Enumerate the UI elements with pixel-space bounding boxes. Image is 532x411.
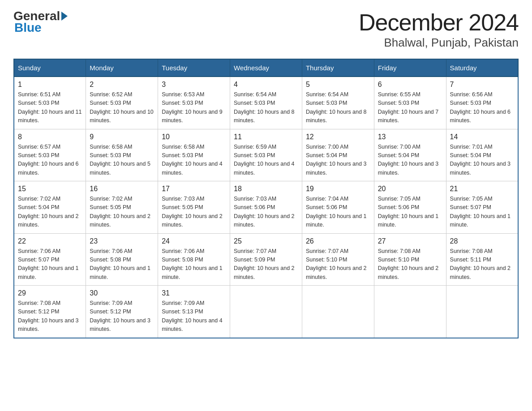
calendar-week-5: 29Sunrise: 7:08 AMSunset: 5:12 PMDayligh… [14,286,518,338]
col-monday: Monday [86,59,158,77]
day-info: Sunrise: 7:08 AMSunset: 5:10 PMDaylight:… [378,247,442,282]
day-number: 21 [450,185,514,193]
day-info: Sunrise: 6:57 AMSunset: 5:03 PMDaylight:… [18,143,82,178]
calendar-week-3: 15Sunrise: 7:02 AMSunset: 5:04 PMDayligh… [14,181,518,234]
col-friday: Friday [374,59,446,77]
table-row: 5Sunrise: 6:54 AMSunset: 5:03 PMDaylight… [302,77,374,129]
day-number: 22 [18,237,82,245]
day-info: Sunrise: 7:03 AMSunset: 5:06 PMDaylight:… [234,195,298,230]
table-row: 31Sunrise: 7:09 AMSunset: 5:13 PMDayligh… [158,286,230,338]
day-info: Sunrise: 7:06 AMSunset: 5:08 PMDaylight:… [162,247,226,282]
col-sunday: Sunday [14,59,86,77]
day-info: Sunrise: 7:02 AMSunset: 5:04 PMDaylight:… [18,195,82,230]
table-row: 27Sunrise: 7:08 AMSunset: 5:10 PMDayligh… [374,233,446,286]
day-number: 20 [378,185,442,193]
day-number: 26 [306,237,370,245]
table-row: 1Sunrise: 6:51 AMSunset: 5:03 PMDaylight… [14,77,86,129]
table-row: 24Sunrise: 7:06 AMSunset: 5:08 PMDayligh… [158,233,230,286]
day-info: Sunrise: 6:55 AMSunset: 5:03 PMDaylight:… [378,90,442,125]
table-row: 22Sunrise: 7:06 AMSunset: 5:07 PMDayligh… [14,233,86,286]
day-info: Sunrise: 7:09 AMSunset: 5:13 PMDaylight:… [162,299,226,334]
table-row: 29Sunrise: 7:08 AMSunset: 5:12 PMDayligh… [14,286,86,338]
day-info: Sunrise: 6:59 AMSunset: 5:03 PMDaylight:… [234,143,298,178]
day-info: Sunrise: 6:53 AMSunset: 5:03 PMDaylight:… [162,90,226,125]
col-wednesday: Wednesday [230,59,302,77]
calendar-week-4: 22Sunrise: 7:06 AMSunset: 5:07 PMDayligh… [14,233,518,286]
page-header: General Blue December 2024 Bhalwal, Punj… [13,9,519,50]
day-number: 1 [18,81,82,89]
day-number: 7 [450,81,514,89]
table-row: 15Sunrise: 7:02 AMSunset: 5:04 PMDayligh… [14,181,86,234]
logo: General Blue [13,9,69,35]
day-info: Sunrise: 7:03 AMSunset: 5:05 PMDaylight:… [162,195,226,230]
table-row: 16Sunrise: 7:02 AMSunset: 5:05 PMDayligh… [86,181,158,234]
table-row: 28Sunrise: 7:08 AMSunset: 5:11 PMDayligh… [446,233,518,286]
day-number: 5 [306,81,370,89]
calendar-title: December 2024 [359,9,519,36]
day-number: 6 [378,81,442,89]
table-row: 19Sunrise: 7:04 AMSunset: 5:06 PMDayligh… [302,181,374,234]
day-info: Sunrise: 6:52 AMSunset: 5:03 PMDaylight:… [90,90,154,125]
table-row [374,286,446,338]
calendar-week-2: 8Sunrise: 6:57 AMSunset: 5:03 PMDaylight… [14,129,518,181]
day-number: 14 [450,133,514,141]
table-row: 14Sunrise: 7:01 AMSunset: 5:04 PMDayligh… [446,129,518,181]
col-tuesday: Tuesday [158,59,230,77]
day-info: Sunrise: 7:09 AMSunset: 5:12 PMDaylight:… [90,299,154,334]
day-number: 4 [234,81,298,89]
day-number: 24 [162,237,226,245]
day-number: 3 [162,81,226,89]
day-number: 27 [378,237,442,245]
table-row [446,286,518,338]
day-info: Sunrise: 7:07 AMSunset: 5:09 PMDaylight:… [234,247,298,282]
day-info: Sunrise: 7:05 AMSunset: 5:07 PMDaylight:… [450,195,514,230]
day-info: Sunrise: 7:00 AMSunset: 5:04 PMDaylight:… [378,143,442,178]
day-number: 17 [162,185,226,193]
calendar-week-1: 1Sunrise: 6:51 AMSunset: 5:03 PMDaylight… [14,77,518,129]
logo-blue: Blue [14,21,42,35]
table-row: 26Sunrise: 7:07 AMSunset: 5:10 PMDayligh… [302,233,374,286]
day-info: Sunrise: 6:54 AMSunset: 5:03 PMDaylight:… [306,90,370,125]
day-info: Sunrise: 7:06 AMSunset: 5:08 PMDaylight:… [90,247,154,282]
table-row: 20Sunrise: 7:05 AMSunset: 5:06 PMDayligh… [374,181,446,234]
day-number: 12 [306,133,370,141]
day-info: Sunrise: 7:08 AMSunset: 5:11 PMDaylight:… [450,247,514,282]
col-thursday: Thursday [302,59,374,77]
day-info: Sunrise: 6:58 AMSunset: 5:03 PMDaylight:… [162,143,226,178]
table-row [230,286,302,338]
table-row: 2Sunrise: 6:52 AMSunset: 5:03 PMDaylight… [86,77,158,129]
day-number: 29 [18,289,82,297]
day-info: Sunrise: 7:02 AMSunset: 5:05 PMDaylight:… [90,195,154,230]
day-number: 30 [90,289,154,297]
table-row: 23Sunrise: 7:06 AMSunset: 5:08 PMDayligh… [86,233,158,286]
day-info: Sunrise: 7:08 AMSunset: 5:12 PMDaylight:… [18,299,82,334]
day-info: Sunrise: 7:05 AMSunset: 5:06 PMDaylight:… [378,195,442,230]
calendar-header-row: Sunday Monday Tuesday Wednesday Thursday… [14,59,518,77]
day-number: 11 [234,133,298,141]
day-number: 2 [90,81,154,89]
day-number: 13 [378,133,442,141]
title-block: December 2024 Bhalwal, Punjab, Pakistan [359,9,519,50]
table-row: 18Sunrise: 7:03 AMSunset: 5:06 PMDayligh… [230,181,302,234]
day-number: 25 [234,237,298,245]
table-row: 13Sunrise: 7:00 AMSunset: 5:04 PMDayligh… [374,129,446,181]
calendar-subtitle: Bhalwal, Punjab, Pakistan [359,36,519,50]
table-row: 9Sunrise: 6:58 AMSunset: 5:03 PMDaylight… [86,129,158,181]
day-number: 15 [18,185,82,193]
table-row: 8Sunrise: 6:57 AMSunset: 5:03 PMDaylight… [14,129,86,181]
day-number: 19 [306,185,370,193]
table-row: 12Sunrise: 7:00 AMSunset: 5:04 PMDayligh… [302,129,374,181]
day-number: 10 [162,133,226,141]
day-number: 16 [90,185,154,193]
table-row: 11Sunrise: 6:59 AMSunset: 5:03 PMDayligh… [230,129,302,181]
table-row: 30Sunrise: 7:09 AMSunset: 5:12 PMDayligh… [86,286,158,338]
day-number: 31 [162,289,226,297]
day-info: Sunrise: 6:56 AMSunset: 5:03 PMDaylight:… [450,90,514,125]
logo-triangle-icon [61,12,68,21]
day-info: Sunrise: 6:54 AMSunset: 5:03 PMDaylight:… [234,90,298,125]
table-row: 17Sunrise: 7:03 AMSunset: 5:05 PMDayligh… [158,181,230,234]
calendar-table: Sunday Monday Tuesday Wednesday Thursday… [13,59,519,338]
day-info: Sunrise: 6:58 AMSunset: 5:03 PMDaylight:… [90,143,154,178]
day-info: Sunrise: 7:01 AMSunset: 5:04 PMDaylight:… [450,143,514,178]
col-saturday: Saturday [446,59,518,77]
